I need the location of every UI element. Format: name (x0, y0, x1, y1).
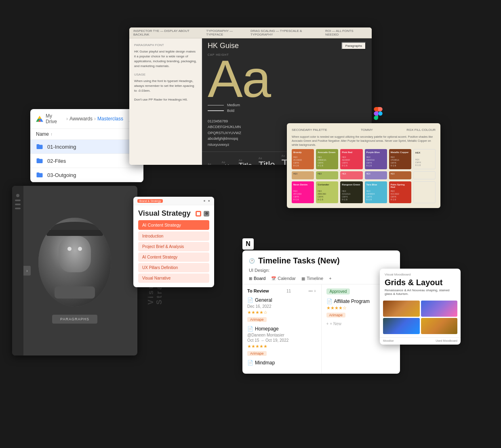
tab-calendar-label: Calendar (278, 276, 296, 281)
grid-img-4 (421, 318, 458, 334)
timeline-tabs: ⊞ Board 📅 Calendar ▦ Timeline + (242, 276, 400, 284)
color-grid-row1: Brandy HEX#CC6633CMYKR G B Avocado Green… (292, 149, 436, 169)
col-review-title: To Review (247, 288, 269, 293)
tab-board-label: Board (254, 276, 265, 281)
grids-title: Grids & Layout (385, 278, 456, 287)
weight-medium: Medium (227, 103, 240, 107)
color-purple-shade: HEX (365, 171, 387, 179)
timeline-columns: To Review 11 ••• + 📄 General Dec 16, 202… (242, 284, 400, 374)
sidebar-dot-1 (16, 194, 19, 197)
card-icon-3: 📄 (247, 360, 253, 366)
tab-timeline[interactable]: ▦ Timeline (301, 276, 323, 281)
typo-topbar-center: TYPOGRAPHY — TYPEFACE (206, 29, 250, 36)
folder-name-2: 02-Files (47, 158, 66, 164)
card-homepage-tag: Arimape (247, 351, 267, 356)
vs-topbar-icons: ● ● (203, 199, 210, 203)
medium-line (208, 105, 224, 105)
color-palette-widget: SECONDARY PALETTE TOMMY RGX FILL COLOUR … (287, 123, 440, 208)
card-homepage-stars: ★★★★★ (247, 344, 316, 349)
color-brandy-shade: HEX (292, 171, 314, 179)
vs-title: Visual Strategy (138, 209, 191, 218)
folder-icon-3 (36, 171, 43, 179)
color-brandy: Brandy HEX#CC6633CMYKR G B (292, 149, 314, 169)
color-tara-blue: Tara Blue HEX#4FB8D4CMYKR G B (365, 181, 387, 203)
vs-max-icon: ● (208, 199, 210, 203)
figma-icon (372, 107, 385, 120)
typo-topbar: INSPECTOR TYE — DISPLAY ABOUT BACKLINK T… (129, 27, 372, 38)
gdrive-widget: My Drive › Awwwards › Masterclass 👤+ Nam… (30, 109, 143, 182)
folder-icon (36, 143, 43, 150)
vs-item-ux[interactable]: UX Pillars Definition (138, 263, 209, 272)
grid-img-3 (383, 318, 420, 334)
grid-img-2 (421, 301, 458, 317)
breadcrumb-level1[interactable]: Awwwards (69, 116, 93, 122)
timeline-emoji: 🕐 (249, 258, 255, 264)
breadcrumb-sep2: › (94, 116, 96, 122)
paragraph-button[interactable]: Paragraphs (52, 315, 97, 324)
card-general-date: Dec 16, 2022 (247, 304, 316, 309)
vs-item-intro[interactable]: Introduction (138, 231, 209, 241)
color-topbar-center: TOMMY (361, 128, 373, 132)
breadcrumb-current[interactable]: Masterclass (97, 116, 123, 122)
vs-settings-icon: ⚙ (204, 211, 209, 217)
grid-img-1 (383, 301, 420, 317)
weight-bold: Bold (227, 109, 234, 113)
card-mindmap-title: Mindmap (255, 360, 275, 366)
gdrive-row-3[interactable]: 03-Outgoing (30, 168, 143, 182)
folder-icon-2 (36, 157, 43, 164)
google-drive-icon (36, 115, 43, 122)
nav-arrow[interactable]: › (23, 266, 31, 276)
gdrive-row-1[interactable]: 01-Incoming (30, 140, 143, 154)
timeline-subtitle: UI Design: (242, 268, 400, 276)
sidebar-bar-2 (15, 204, 21, 205)
timeline-widget: 🕐 Timeline Tasks (New) UI Design: ⊞ Boar… (242, 250, 400, 374)
col-review-actions[interactable]: ••• + (308, 289, 316, 293)
gdrive-row-2[interactable]: 02-Files (30, 154, 143, 168)
calendar-icon: 📅 (271, 276, 276, 281)
card-homepage-assignee: @Daneen Montasier (247, 333, 316, 337)
paragraph-label: PARAGRAPH FONT (134, 43, 197, 47)
gdrive-col-header: Name ↑ (30, 129, 143, 140)
tab-calendar[interactable]: 📅 Calendar (271, 276, 296, 281)
tab-board[interactable]: ⊞ Board (249, 276, 265, 281)
usage-note: Don't use PP Rader for Headings H6. (134, 97, 197, 102)
vs-active-item[interactable]: AI Content Strategy (138, 220, 209, 230)
color-placeholder-1: HEX HEXCMYKR G B (413, 149, 436, 169)
paragraphs-button[interactable]: Paragraphs (341, 42, 366, 50)
color-avocado-green: Avocado Green HEX#8B9D3ACMYKR G B (316, 149, 338, 169)
vs-item-visual[interactable]: Visual Narrative (138, 273, 209, 283)
timeline-header: 🕐 Timeline Tasks (New) (242, 250, 400, 268)
vs-item-ai[interactable]: AI Content Strategy (138, 252, 209, 262)
tab-add[interactable]: + (329, 276, 331, 281)
sidebar-bar-3 (15, 208, 21, 209)
typo-topbar-right: DRAG SCALING — TYPESCALE & TYPOGRAPHY (250, 29, 325, 36)
vs-topbar: Brand & Strategy ● ● (133, 197, 214, 205)
grids-footer-left: Moodise (383, 339, 394, 342)
folder-name-3: 03-Outgoing (47, 172, 76, 178)
color-coriander: Coriander HEX#B8C860CMYKR G B (316, 181, 338, 203)
vs-figma-icon (196, 211, 201, 217)
card-homepage: 📄 Homepage @Daneen Montasier Oct 15 → Oc… (247, 326, 316, 356)
color-grid-row2: HEX HEX HEX HEX HEX (292, 171, 436, 179)
typo-topbar-far: ROI — ALL FONTS NEEDED (325, 29, 368, 36)
new-label: + New (330, 322, 341, 326)
color-placeholder-2 (413, 171, 436, 179)
plus-icon: + (326, 322, 329, 326)
grids-desc: Renaissance & Art Nouveau shaping, stain… (385, 288, 456, 296)
grids-images (380, 301, 461, 337)
notion-icon: N (242, 238, 254, 250)
card-affiliate-tag: Arimape (326, 313, 346, 318)
typo-left-panel: PARAGRAPH FONT HK Guise playful and legi… (129, 38, 202, 165)
vs-item-brief[interactable]: Project Brief & Analysis (138, 242, 209, 251)
timeline-icon: ▦ (301, 276, 305, 281)
card-general: 📄 General Dec 16, 2022 ★★★★☆ Arimape (247, 297, 316, 322)
card-icon-2: 📄 (247, 326, 253, 332)
tab-timeline-label: Timeline (307, 276, 323, 281)
color-neon-denim: Neon Denim HEX#FF1493CMYKR G B (292, 181, 314, 203)
font-name: HK Guise (208, 42, 239, 50)
breadcrumb-root[interactable]: My Drive (46, 113, 65, 124)
card-icon: 📄 (247, 297, 253, 303)
grids-footer-right: Used Moodboard (436, 339, 457, 342)
color-avocado-shade: HEX (316, 171, 338, 179)
usage-label: USAGE (134, 73, 197, 76)
